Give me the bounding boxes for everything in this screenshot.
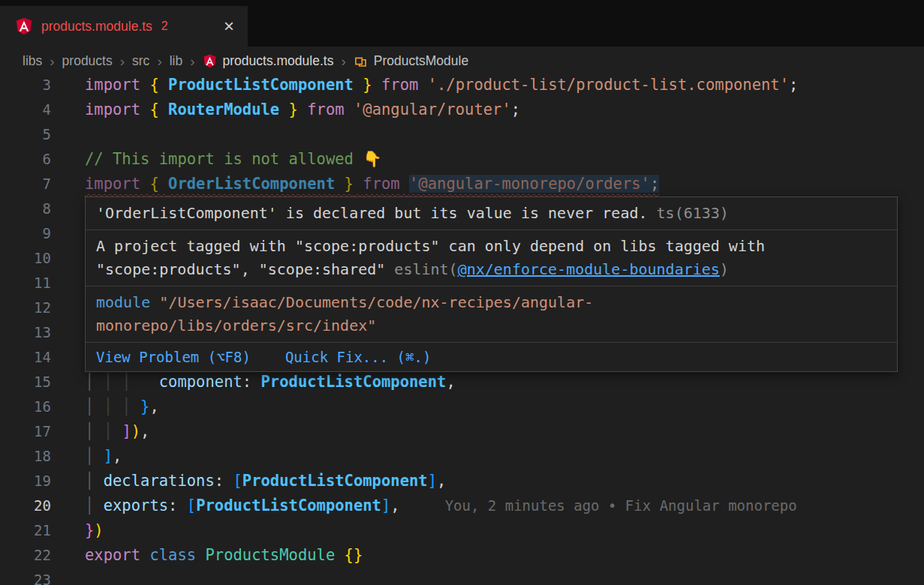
code-line-19[interactable]: 19│ declarations: [ProductListComponent]… <box>0 469 924 494</box>
code-token: import <box>85 175 149 193</box>
line-number[interactable]: 15 <box>0 370 51 394</box>
hover-status-bar: View Problem (⌥F8) Quick Fix... (⌘.) <box>86 342 897 371</box>
code-token <box>298 100 307 118</box>
code-token <box>418 76 427 94</box>
code-token: } <box>354 76 372 94</box>
hover-text: "/Users/isaac/Documents/code/nx-recipes/… <box>159 293 593 311</box>
line-number[interactable]: 21 <box>0 518 51 543</box>
hover-message: 'OrderListComponent' is declared but its… <box>86 197 897 230</box>
code-line-17[interactable]: 17│ │ ]), <box>0 419 924 444</box>
git-blame-annotation: You, 2 minutes ago • Fix Angular monorep… <box>445 497 797 514</box>
quick-fix-link[interactable]: Quick Fix... (⌘.) <box>285 346 431 368</box>
code-token: ProductListComponent <box>242 472 428 490</box>
code-token: } <box>85 521 94 539</box>
code-line-15[interactable]: 15│ │ │ component: ProductListComponent, <box>0 370 924 394</box>
close-icon[interactable]: × <box>224 17 234 35</box>
line-number[interactable]: 7 <box>0 172 51 196</box>
code-token: '@angular/router' <box>354 100 511 118</box>
line-number[interactable]: 16 <box>0 394 51 419</box>
code-token: [ <box>187 496 196 514</box>
code-text: export class ProductsModule {} <box>85 543 363 568</box>
code-line-18[interactable]: 18│ ], <box>0 444 924 469</box>
code-text: │ ], <box>85 444 122 469</box>
code-line-3[interactable]: 3import { ProductListComponent } from '.… <box>0 76 924 98</box>
code-token: │ <box>104 422 122 440</box>
eslint-rule-link[interactable]: @nx/enforce-module-boundaries <box>458 260 720 278</box>
code-token: { <box>149 175 168 193</box>
hover-message-line: A project tagged with "scope:products" c… <box>96 235 886 258</box>
code-token: from <box>363 175 399 193</box>
line-number[interactable]: 4 <box>0 98 51 122</box>
line-number[interactable]: 17 <box>0 419 51 444</box>
code-token: │ <box>85 373 104 391</box>
code-text: │ exports: [ProductListComponent],You, 2… <box>85 494 797 518</box>
chevron-right-icon: › <box>50 53 54 70</box>
hover-text: monorepo/libs/orders/src/index" <box>96 316 376 334</box>
code-line-20[interactable]: 20│ exports: [ProductListComponent],You,… <box>0 494 924 518</box>
code-token: ] <box>428 472 437 490</box>
code-text: // This import is not allowed 👇 <box>85 147 382 172</box>
breadcrumb-item-symbol[interactable]: ProductsModule <box>354 53 468 69</box>
chevron-right-icon: › <box>157 53 161 70</box>
code-token: } <box>335 175 354 193</box>
code-text: }) <box>85 518 104 543</box>
line-number[interactable]: 6 <box>0 147 51 172</box>
breadcrumb-item-products[interactable]: products <box>62 53 113 69</box>
code-token <box>335 546 344 564</box>
code-token: import <box>85 76 149 94</box>
hover-text: eslint( <box>394 260 457 278</box>
code-text: import { OrderListComponent } from '@ang… <box>85 172 659 196</box>
tab-filename: products.module.ts <box>41 19 152 34</box>
breadcrumb-item-lib[interactable]: lib <box>170 53 183 69</box>
code-text: │ │ │ }, <box>85 394 159 419</box>
code-token: ; <box>511 100 520 118</box>
class-icon <box>354 54 368 68</box>
tab-products-module[interactable]: products.module.ts 2 × <box>0 6 248 46</box>
line-number[interactable]: 23 <box>0 568 51 585</box>
code-token: , <box>437 472 446 490</box>
hover-text: 'OrderListComponent' is declared but its… <box>96 204 648 222</box>
code-line-23[interactable]: 23 <box>0 568 924 585</box>
tab-problems-badge: 2 <box>161 20 168 33</box>
line-number[interactable]: 18 <box>0 444 51 469</box>
line-number[interactable]: 11 <box>0 271 51 296</box>
code-token: ) <box>94 521 103 539</box>
code-token: ; <box>789 76 798 94</box>
code-line-5[interactable]: 5 <box>0 122 924 147</box>
line-number[interactable]: 12 <box>0 296 51 320</box>
code-token: from <box>381 76 418 94</box>
hover-messages: 'OrderListComponent' is declared but its… <box>86 197 897 342</box>
code-line-4[interactable]: 4import { RouterModule } from '@angular/… <box>0 98 924 122</box>
code-token: ) <box>131 422 140 440</box>
line-number[interactable]: 19 <box>0 469 51 494</box>
angular-icon <box>15 17 33 35</box>
line-number[interactable]: 3 <box>0 76 51 98</box>
code-token: : <box>168 496 187 514</box>
code-text: │ │ ]), <box>85 419 149 444</box>
code-token: │ <box>85 398 104 416</box>
line-number[interactable]: 8 <box>0 196 51 221</box>
line-number[interactable]: 9 <box>0 221 51 246</box>
line-number[interactable]: 5 <box>0 122 51 147</box>
code-line-22[interactable]: 22export class ProductsModule {} <box>0 543 924 568</box>
code-line-6[interactable]: 6// This import is not allowed 👇 <box>0 147 924 172</box>
code-line-16[interactable]: 16│ │ │ }, <box>0 394 924 419</box>
code-line-21[interactable]: 21}) <box>0 518 924 543</box>
breadcrumb-item-src[interactable]: src <box>132 53 149 69</box>
line-number[interactable]: 20 <box>0 494 51 518</box>
breadcrumb-item-file[interactable]: products.module.ts <box>203 53 334 69</box>
line-number[interactable]: 10 <box>0 246 51 271</box>
code-line-7[interactable]: 7import { OrderListComponent } from '@an… <box>0 172 924 196</box>
code-token: exports <box>104 496 168 514</box>
code-token: import <box>85 100 149 118</box>
line-number[interactable]: 13 <box>0 320 51 345</box>
code-text: import { RouterModule } from '@angular/r… <box>85 98 520 122</box>
breadcrumb-item-libs[interactable]: libs <box>23 53 42 69</box>
line-number[interactable]: 22 <box>0 543 51 568</box>
code-token: export <box>85 546 149 564</box>
view-problem-link[interactable]: View Problem (⌥F8) <box>96 346 251 368</box>
code-token: 👇 <box>363 150 382 168</box>
line-number[interactable]: 14 <box>0 345 51 370</box>
code-token: class <box>149 546 205 564</box>
code-token: , <box>140 422 149 440</box>
